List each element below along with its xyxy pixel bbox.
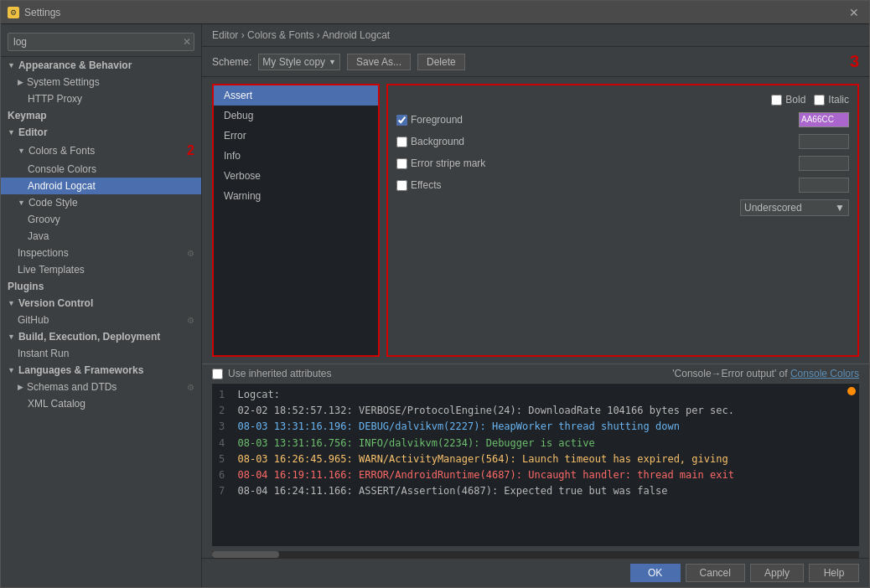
- sidebar-item-label: Languages & Frameworks: [18, 364, 143, 376]
- foreground-label: Foreground: [411, 114, 463, 126]
- bold-checkbox-item[interactable]: Bold: [771, 94, 805, 106]
- log-type-verbose[interactable]: Verbose: [214, 166, 378, 186]
- error-stripe-color-swatch[interactable]: [799, 156, 849, 171]
- sidebar-item-system[interactable]: ▶ System Settings: [1, 74, 201, 90]
- error-stripe-color[interactable]: [799, 156, 849, 171]
- error-stripe-checkbox[interactable]: [396, 158, 407, 169]
- sidebar-item-live-templates[interactable]: Live Templates: [1, 261, 201, 278]
- sidebar-item-label: Android Logcat: [28, 180, 96, 192]
- sidebar-item-instant-run[interactable]: Instant Run: [1, 345, 201, 362]
- background-color-swatch[interactable]: [799, 134, 849, 149]
- background-label: Background: [411, 136, 464, 147]
- log-type-assert[interactable]: Assert: [214, 85, 378, 106]
- foreground-checkbox[interactable]: [396, 115, 407, 126]
- save-as-button[interactable]: Save As...: [347, 54, 411, 70]
- effects-checkbox-item[interactable]: Effects: [396, 179, 441, 191]
- sidebar-item-code-style[interactable]: ▼ Code Style: [1, 194, 201, 211]
- log-type-error[interactable]: Error: [214, 126, 378, 146]
- window-title: Settings: [24, 7, 60, 18]
- use-inherited-checkbox[interactable]: [212, 369, 223, 379]
- log-type-label: Info: [224, 150, 241, 162]
- sidebar-item-github[interactable]: GitHub ⚙: [1, 312, 201, 328]
- background-checkbox-item[interactable]: Background: [396, 136, 464, 147]
- scheme-label: Scheme:: [212, 56, 251, 68]
- preview-line-1: 1 Logcat:: [219, 387, 852, 403]
- line-num: 6: [219, 469, 225, 481]
- sidebar-item-groovy[interactable]: Groovy: [1, 211, 201, 228]
- apply-button[interactable]: Apply: [750, 564, 804, 582]
- effects-checkbox[interactable]: [396, 180, 407, 191]
- sidebar-item-label: Java: [28, 230, 49, 242]
- bold-italic-row: Bold Italic: [396, 94, 849, 106]
- dropdown-arrow-icon: ▼: [835, 202, 845, 214]
- effects-dropdown[interactable]: Underscored ▼: [740, 199, 849, 216]
- sidebar-item-plugins[interactable]: Plugins: [1, 278, 201, 295]
- sidebar-item-schemas[interactable]: ▶ Schemas and DTDs ⚙: [1, 379, 201, 395]
- sidebar-item-inspections[interactable]: Inspections ⚙: [1, 245, 201, 261]
- sidebar-item-console-colors[interactable]: Console Colors: [1, 161, 201, 178]
- log-type-label: Error: [224, 130, 246, 142]
- preview-line-4: 4 08-03 13:31:16.756: INFO/dalvikvm(2234…: [219, 436, 852, 451]
- sidebar: ✕ ▼ Appearance & Behavior ▶ System Setti…: [1, 24, 202, 587]
- foreground-color[interactable]: AA66CC: [799, 112, 849, 127]
- sidebar-item-java[interactable]: Java: [1, 228, 201, 245]
- expand-icon: ▶: [18, 78, 23, 86]
- sidebar-item-label: Plugins: [8, 281, 44, 292]
- ok-button[interactable]: OK: [630, 564, 681, 582]
- log-line-text: 02-02 18:52:57.132: VERBOSE/ProtocolEngi…: [237, 405, 733, 416]
- sidebar-item-appearance[interactable]: ▼ Appearance & Behavior: [1, 57, 201, 74]
- error-stripe-checkbox-item[interactable]: Error stripe mark: [396, 157, 485, 169]
- line-num: 5: [219, 453, 225, 465]
- scrollbar-thumb[interactable]: [212, 551, 279, 558]
- background-color[interactable]: [799, 134, 849, 149]
- cancel-button[interactable]: Cancel: [686, 564, 745, 582]
- sidebar-item-label: Colors & Fonts: [28, 145, 95, 157]
- sidebar-item-label: System Settings: [27, 76, 100, 88]
- horizontal-scrollbar[interactable]: [212, 551, 859, 558]
- effects-dropdown-value: Underscored: [744, 202, 802, 214]
- help-button[interactable]: Help: [809, 564, 859, 582]
- sidebar-item-version-control[interactable]: ▼ Version Control: [1, 295, 201, 312]
- close-button[interactable]: ✕: [846, 4, 862, 21]
- breadcrumb-editor: Editor: [212, 29, 238, 41]
- inspections-icon: ⚙: [187, 249, 194, 258]
- expand-icon: ▼: [8, 366, 15, 374]
- italic-checkbox[interactable]: [814, 95, 825, 106]
- scheme-dropdown[interactable]: My Style copy ▼: [258, 54, 340, 70]
- bold-checkbox[interactable]: [771, 95, 782, 106]
- foreground-checkbox-item[interactable]: Foreground: [396, 114, 463, 126]
- sidebar-item-build[interactable]: ▼ Build, Execution, Deployment: [1, 328, 201, 345]
- log-type-debug[interactable]: Debug: [214, 106, 378, 126]
- delete-button[interactable]: Delete: [417, 54, 465, 70]
- log-line-text: 08-03 13:31:16.756: INFO/dalvikvm(2234):…: [237, 437, 594, 449]
- search-clear-icon[interactable]: ✕: [183, 36, 191, 48]
- log-type-info[interactable]: Info: [214, 146, 378, 166]
- sidebar-item-label: Keymap: [8, 110, 47, 121]
- effects-color-swatch[interactable]: [799, 178, 849, 193]
- sidebar-item-keymap[interactable]: Keymap: [1, 107, 201, 124]
- line-num: 1: [219, 389, 225, 400]
- main-content: ✕ ▼ Appearance & Behavior ▶ System Setti…: [1, 24, 869, 587]
- background-checkbox[interactable]: [396, 137, 407, 147]
- sidebar-item-xml-catalog[interactable]: XML Catalog: [1, 395, 201, 412]
- search-input[interactable]: [8, 33, 194, 51]
- inherited-row: Use inherited attributes 'Console→Error …: [202, 364, 869, 383]
- log-type-warning[interactable]: Warning: [214, 186, 378, 206]
- effects-color[interactable]: [799, 178, 849, 193]
- sidebar-item-label: HTTP Proxy: [28, 93, 82, 105]
- breadcrumb-android-logcat: Android Logcat: [322, 29, 390, 41]
- sidebar-item-label: Console Colors: [28, 163, 96, 175]
- foreground-color-swatch[interactable]: AA66CC: [799, 112, 849, 127]
- error-stripe-label: Error stripe mark: [411, 157, 485, 169]
- sidebar-item-editor[interactable]: ▼ Editor: [1, 124, 201, 141]
- inherited-ref-link[interactable]: Console Colors: [790, 368, 859, 379]
- sidebar-item-colors-fonts[interactable]: ▼ Colors & Fonts 2: [1, 141, 201, 161]
- sidebar-item-languages[interactable]: ▼ Languages & Frameworks: [1, 362, 201, 379]
- settings-icon: ⚙: [8, 7, 19, 18]
- italic-checkbox-item[interactable]: Italic: [814, 94, 849, 106]
- sidebar-item-http-proxy[interactable]: HTTP Proxy: [1, 90, 201, 107]
- expand-icon: ▼: [8, 61, 15, 70]
- sidebar-item-android-logcat[interactable]: Android Logcat: [1, 178, 201, 194]
- search-box-wrap: ✕: [1, 28, 201, 57]
- inherited-ref: 'Console→Error output' of Console Colors: [672, 368, 859, 379]
